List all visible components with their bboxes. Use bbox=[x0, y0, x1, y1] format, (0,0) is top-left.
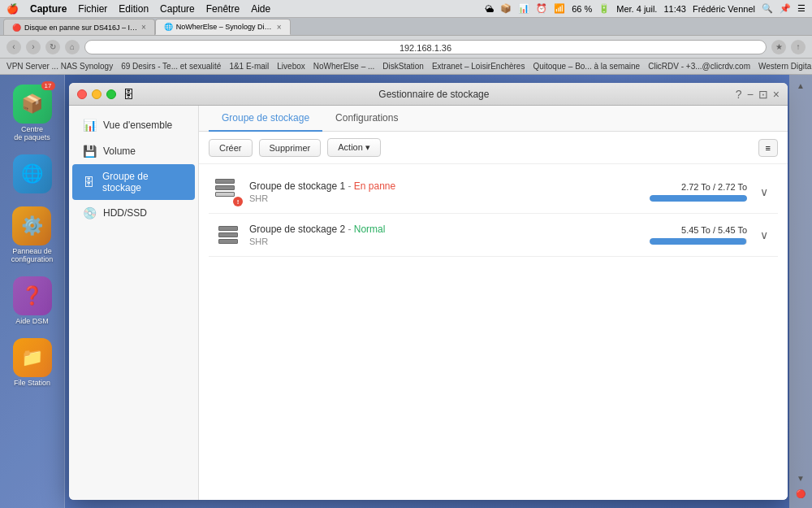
volume-icon: 💾 bbox=[82, 145, 97, 158]
search-icon[interactable]: 🔍 bbox=[762, 3, 773, 14]
sg-progress-fill-1 bbox=[650, 195, 747, 202]
storage-group-row-1[interactable]: ! Groupe de stockage 1 - En panne SHR bbox=[209, 171, 778, 214]
url-bar[interactable]: 192.168.1.36 bbox=[84, 40, 767, 54]
tab-strip: 🔴 Disque en panne sur DS416J – Installat… bbox=[0, 18, 812, 36]
bookmark-8[interactable]: ClicRDV - +3...@clicrdv.com bbox=[648, 62, 750, 71]
sidebar-item-storage-group[interactable]: 🗄 Groupe de stockage bbox=[72, 164, 195, 200]
delete-button[interactable]: Supprimer bbox=[259, 139, 322, 157]
bookmark-7[interactable]: Quitoque – Bo... à la semaine bbox=[533, 62, 640, 71]
titlebar-minus[interactable]: − bbox=[747, 88, 754, 101]
sg-info-2: Groupe de stockage 2 - Normal SHR bbox=[249, 224, 650, 246]
close-button[interactable] bbox=[77, 89, 87, 99]
sidebar-label-hdd: HDD/SSD bbox=[103, 207, 147, 219]
stats-icon: 📊 bbox=[518, 3, 529, 14]
tab-configurations[interactable]: Configurations bbox=[322, 106, 411, 132]
bookmark-5[interactable]: DiskStation bbox=[382, 62, 424, 71]
sg-status-1: En panne bbox=[354, 180, 395, 192]
notification-icon[interactable]: 📌 bbox=[780, 3, 791, 14]
battery-icon: 🔋 bbox=[598, 3, 610, 14]
dsm-toolbar: Créer Supprimer Action ▾ ≡ bbox=[199, 132, 788, 164]
titlebar-help[interactable]: ? bbox=[736, 88, 742, 101]
bookmark-1[interactable]: 69 Desirs - Te... et sexualité bbox=[121, 62, 221, 71]
files-label: File Station bbox=[14, 379, 50, 387]
dsm-body: 📊 Vue d'ensemble 💾 Volume 🗄 Groupe de st… bbox=[69, 106, 788, 500]
hdd-icon: 💿 bbox=[82, 206, 97, 219]
reload-button[interactable]: ↻ bbox=[45, 40, 60, 54]
create-button[interactable]: Créer bbox=[209, 139, 253, 157]
control-label: Panneau deconfiguration bbox=[11, 247, 54, 263]
menu-fichier[interactable]: Fichier bbox=[78, 3, 107, 15]
dock-item-files[interactable]: 📁 File Station bbox=[10, 335, 55, 390]
bookmark-button[interactable]: ★ bbox=[771, 40, 786, 54]
packages-badge: 17 bbox=[41, 81, 55, 90]
panel-arrow-up[interactable]: ▲ bbox=[797, 81, 805, 90]
sg-type-2: SHR bbox=[249, 237, 650, 246]
apple-menu[interactable]: 🍎 bbox=[6, 3, 19, 15]
toolbar-right: ≡ bbox=[758, 139, 778, 157]
tab-close-1[interactable]: × bbox=[141, 23, 146, 32]
dock-item-browser[interactable]: 🌐 bbox=[10, 151, 55, 197]
bookmark-2[interactable]: 1&1 E-mail bbox=[229, 62, 269, 71]
sg-type-1: SHR bbox=[249, 193, 650, 203]
minimize-button[interactable] bbox=[92, 89, 102, 99]
maximize-button[interactable] bbox=[106, 89, 116, 99]
time-display: 11:43 bbox=[663, 4, 686, 14]
packages-label: Centrede paquets bbox=[14, 125, 50, 141]
menu-fenetre[interactable]: Fenêtre bbox=[206, 3, 240, 15]
bookmark-6[interactable]: Extranet – LoisirEnchères bbox=[432, 62, 525, 71]
bookmark-3[interactable]: Livebox bbox=[277, 62, 304, 71]
sidebar-item-volume[interactable]: 💾 Volume bbox=[72, 138, 195, 164]
window-icon: 🗄 bbox=[123, 88, 134, 101]
sg-progress-fill-2 bbox=[650, 238, 746, 245]
sidebar-item-overview[interactable]: 📊 Vue d'ensemble bbox=[72, 112, 195, 138]
sg-status-2: Normal bbox=[354, 224, 386, 235]
help-label: Aide DSM bbox=[15, 317, 49, 325]
sg-info-1: Groupe de stockage 1 - En panne SHR bbox=[249, 180, 650, 203]
menu-edition[interactable]: Edition bbox=[119, 3, 149, 15]
forward-button[interactable]: › bbox=[26, 40, 41, 54]
sidebar-label-overview: Vue d'ensemble bbox=[103, 119, 172, 131]
sg-name-2: Groupe de stockage 2 - Normal bbox=[249, 224, 650, 235]
menu-aide[interactable]: Aide bbox=[251, 3, 270, 15]
sg-capacity-text-2: 5.45 To / 5.45 To bbox=[650, 225, 747, 235]
bookmarks-bar: VPN Server ... NAS Synology 69 Desirs - … bbox=[0, 59, 812, 75]
view-toggle-button[interactable]: ≡ bbox=[758, 139, 778, 157]
overview-icon: 📊 bbox=[82, 119, 97, 132]
menu-capture[interactable]: Capture bbox=[30, 3, 67, 15]
sg-icon-2 bbox=[215, 222, 241, 248]
sg-expand-2[interactable]: ∨ bbox=[757, 225, 771, 245]
bookmark-0[interactable]: VPN Server ... NAS Synology bbox=[6, 62, 113, 71]
sidebar-item-hdd[interactable]: 💿 HDD/SSD bbox=[72, 200, 195, 226]
tab-nas-forum[interactable]: 🔴 Disque en panne sur DS416J – Installat… bbox=[3, 19, 155, 35]
home-button[interactable]: ⌂ bbox=[65, 40, 80, 54]
dock-item-help[interactable]: ❓ Aide DSM bbox=[10, 273, 55, 328]
dock-item-packages[interactable]: 📦 17 Centrede paquets bbox=[10, 81, 55, 145]
tab-storage-group[interactable]: Groupe de stockage bbox=[209, 106, 322, 132]
share-button[interactable]: ↑ bbox=[791, 40, 806, 54]
cloud-icon: 🌥 bbox=[485, 4, 494, 14]
dock-item-control[interactable]: ⚙️ Panneau deconfiguration bbox=[8, 203, 57, 267]
menubar-left: 🍎 Capture Fichier Edition Capture Fenêtr… bbox=[6, 3, 270, 15]
storage-group-icon: 🗄 bbox=[82, 176, 96, 189]
tab-close-2[interactable]: × bbox=[277, 23, 282, 32]
panel-arrow-down[interactable]: ▼ bbox=[797, 474, 805, 483]
menu-capture2[interactable]: Capture bbox=[160, 3, 195, 15]
storage-group-row-2[interactable]: Groupe de stockage 2 - Normal SHR 5.45 T… bbox=[209, 214, 778, 257]
action-button[interactable]: Action ▾ bbox=[327, 138, 381, 157]
sg-capacity-1: 2.72 To / 2.72 To bbox=[650, 182, 747, 202]
sg-progress-bar-1 bbox=[650, 195, 747, 202]
titlebar-close[interactable]: × bbox=[773, 88, 780, 101]
window-title: Gestionnaire de stockage bbox=[139, 89, 729, 100]
menubar-right: 🌥 📦 📊 ⏰ 📶 66 % 🔋 Mer. 4 juil. 11:43 Fréd… bbox=[485, 3, 806, 14]
bookmark-9[interactable]: Western Digital... SATA III ... bbox=[758, 62, 812, 71]
bookmark-4[interactable]: NoWherElse – ... bbox=[313, 62, 375, 71]
tab-nowherelse[interactable]: 🌐 NoWherElse – Synology DiskStation × bbox=[155, 19, 291, 35]
sg-icon-1: ! bbox=[215, 179, 241, 205]
right-side-panel: ▲ ▼ 🔴 bbox=[789, 75, 812, 508]
sg-capacity-text-1: 2.72 To / 2.72 To bbox=[650, 182, 747, 192]
sg-expand-1[interactable]: ∨ bbox=[757, 182, 771, 202]
back-button[interactable]: ‹ bbox=[6, 40, 21, 54]
panel-alert[interactable]: 🔴 bbox=[796, 489, 806, 498]
menu-icon[interactable]: ☰ bbox=[797, 3, 806, 14]
titlebar-restore[interactable]: ⊡ bbox=[758, 88, 768, 101]
